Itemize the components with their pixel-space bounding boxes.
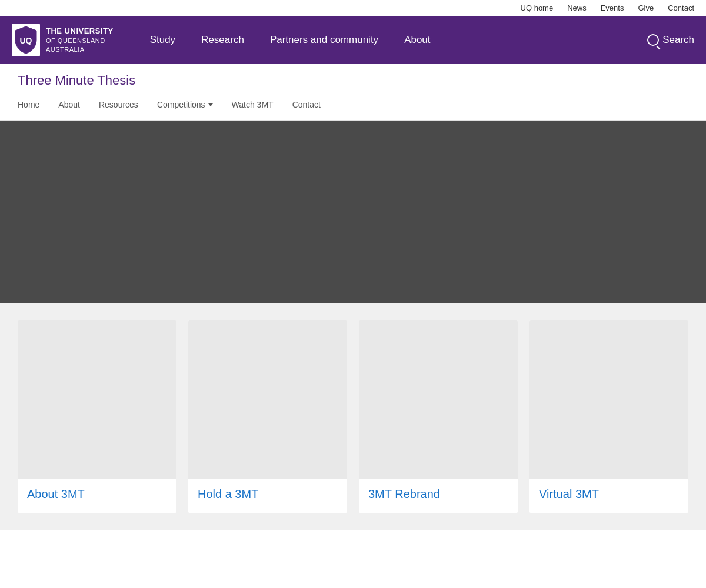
nav-study[interactable]: Study (137, 16, 188, 64)
svg-text:UQ: UQ (20, 36, 32, 45)
sub-nav: Home About Resources Competitions Watch … (18, 95, 688, 114)
card-title-virtual[interactable]: Virtual 3MT (539, 487, 599, 500)
card-body-virtual: Virtual 3MT (530, 479, 688, 513)
cards-section: About 3MT Hold a 3MT 3MT Rebrand Virtual… (0, 303, 706, 530)
card-body-about: About 3MT (18, 479, 176, 513)
nav-research[interactable]: Research (188, 16, 257, 64)
main-nav: UQ The University of Queensland Australi… (0, 16, 706, 64)
search-label: Search (662, 34, 694, 46)
card-image-about (18, 320, 176, 479)
uq-logo[interactable]: UQ The University of Queensland Australi… (12, 24, 114, 56)
news-link[interactable]: News (567, 4, 587, 12)
card-title-about[interactable]: About 3MT (27, 487, 85, 500)
subnav-contact[interactable]: Contact (283, 95, 330, 114)
card-rebrand-3mt[interactable]: 3MT Rebrand (359, 320, 518, 513)
give-link[interactable]: Give (638, 4, 654, 12)
card-title-rebrand[interactable]: 3MT Rebrand (368, 487, 440, 500)
card-about-3mt[interactable]: About 3MT (18, 320, 176, 513)
subnav-watch[interactable]: Watch 3MT (222, 95, 283, 114)
card-body-rebrand: 3MT Rebrand (359, 479, 518, 513)
chevron-down-icon (208, 103, 213, 106)
events-link[interactable]: Events (601, 4, 624, 12)
logo-text: The University of Queensland Australia (46, 26, 114, 55)
search-button[interactable]: Search (647, 34, 694, 46)
card-title-hold[interactable]: Hold a 3MT (198, 487, 258, 500)
logo-shield: UQ (12, 24, 40, 56)
subnav-about[interactable]: About (49, 95, 89, 114)
card-hold-3mt[interactable]: Hold a 3MT (188, 320, 347, 513)
card-image-virtual (530, 320, 688, 479)
subnav-home[interactable]: Home (18, 95, 49, 114)
subnav-resources[interactable]: Resources (89, 95, 148, 114)
search-icon (647, 34, 659, 46)
nav-partners[interactable]: Partners and community (257, 16, 391, 64)
cards-grid: About 3MT Hold a 3MT 3MT Rebrand Virtual… (18, 320, 688, 513)
utility-bar: UQ home News Events Give Contact (0, 0, 706, 16)
nav-about[interactable]: About (391, 16, 443, 64)
nav-links: Study Research Partners and community Ab… (137, 16, 648, 64)
subnav-competitions[interactable]: Competitions (148, 95, 222, 114)
card-image-hold (188, 320, 347, 479)
card-body-hold: Hold a 3MT (188, 479, 347, 513)
uq-home-link[interactable]: UQ home (521, 4, 554, 12)
hero-area (0, 121, 706, 303)
page-title: Three Minute Thesis (18, 73, 688, 88)
card-virtual-3mt[interactable]: Virtual 3MT (530, 320, 688, 513)
card-image-rebrand (359, 320, 518, 479)
page-title-area: Three Minute Thesis Home About Resources… (0, 64, 706, 121)
contact-link[interactable]: Contact (668, 4, 694, 12)
